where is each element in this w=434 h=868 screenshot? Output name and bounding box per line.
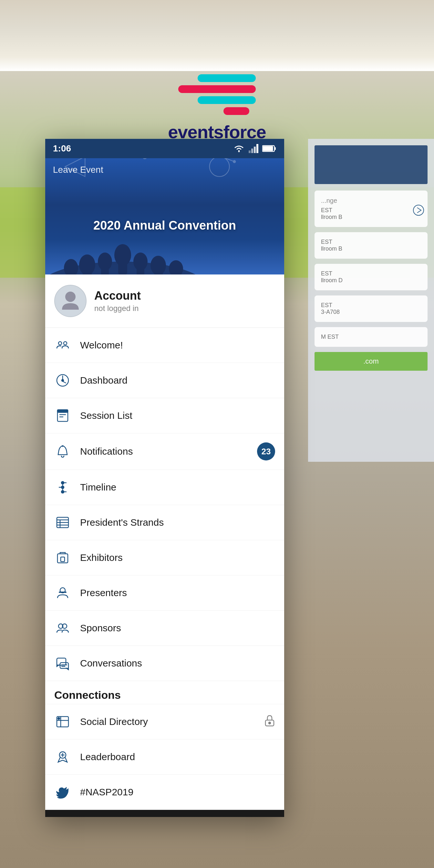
svg-rect-33	[154, 271, 163, 275]
menu-item-hashtag[interactable]: #NASP2019	[45, 775, 284, 810]
exhibitors-label: Exhibitors	[80, 552, 275, 563]
twitter-icon	[54, 784, 71, 801]
exhibitors-icon	[54, 549, 71, 566]
signal-icon	[249, 144, 258, 153]
welcome-icon	[54, 337, 71, 353]
phone-frame: 1:06	[45, 139, 284, 817]
account-info: Account not logged in	[94, 289, 141, 313]
account-section[interactable]: Account not logged in	[45, 275, 284, 328]
session-list-icon	[54, 407, 71, 424]
svg-point-38	[64, 342, 67, 345]
presidents-strands-label: President's Strands	[80, 517, 275, 528]
welcome-label: Welcome!	[80, 340, 275, 351]
schedule-item-2: EST llroom B	[314, 232, 428, 259]
svg-rect-4	[256, 144, 258, 153]
connections-header: Connections	[45, 681, 284, 704]
menu-item-social-directory[interactable]: Social Directory	[45, 704, 284, 740]
presenters-label: Presenters	[80, 587, 275, 598]
presenters-icon	[54, 585, 71, 601]
menu-item-welcome[interactable]: Welcome!	[45, 328, 284, 363]
dashboard-icon	[54, 372, 71, 389]
bottom-nav	[45, 810, 284, 817]
conversations-label: Conversations	[80, 658, 275, 669]
menu-item-presidents-strands[interactable]: President's Strands	[45, 505, 284, 540]
battery-icon	[262, 145, 276, 152]
social-directory-label: Social Directory	[80, 716, 255, 727]
user-avatar-icon	[61, 290, 80, 312]
sponsors-label: Sponsors	[80, 623, 275, 633]
svg-rect-25	[83, 271, 92, 275]
menu-scroll[interactable]: Account not logged in Welcome!	[45, 275, 284, 810]
svg-point-75	[58, 717, 60, 719]
leaderboard-label: Leaderboard	[80, 751, 275, 763]
svg-point-36	[65, 291, 75, 302]
svg-rect-29	[118, 261, 127, 275]
conversations-icon	[54, 655, 71, 672]
avatar	[54, 285, 87, 317]
account-name: Account	[94, 289, 141, 303]
menu-item-timeline[interactable]: Timeline	[45, 470, 284, 505]
schedule-item-5: M EST	[314, 327, 428, 347]
schedule-item-4: EST 3-A708	[314, 296, 428, 322]
svg-rect-23	[67, 273, 75, 275]
leave-event-button[interactable]: Leave Event	[53, 165, 103, 175]
status-icons	[233, 144, 276, 153]
back-button[interactable]	[72, 813, 98, 817]
notifications-icon	[54, 443, 71, 460]
event-banner: Leave Event 2020 Annual Convention	[45, 158, 284, 275]
menu-item-notifications[interactable]: Notifications 23	[45, 433, 284, 470]
logo-area: eventsforce	[0, 74, 434, 143]
status-bar: 1:06	[45, 139, 284, 158]
sponsors-icon	[54, 620, 71, 637]
svg-rect-68	[57, 658, 66, 665]
svg-rect-31	[136, 267, 144, 275]
svg-point-77	[269, 722, 271, 724]
schedule-item-3: EST llroom D	[314, 264, 428, 290]
svg-rect-1	[249, 151, 251, 153]
menu-item-conversations[interactable]: Conversations	[45, 646, 284, 681]
account-login-status: not logged in	[94, 304, 141, 313]
svg-point-0	[238, 151, 240, 152]
logo-bar-4	[223, 107, 249, 115]
svg-point-37	[58, 342, 62, 345]
hashtag-label: #NASP2019	[80, 786, 275, 798]
website-button[interactable]: .com	[314, 352, 428, 371]
svg-line-42	[63, 381, 66, 383]
connections-list: Social Directory	[45, 704, 284, 810]
eventsforce-logo-graphic	[178, 74, 256, 115]
svg-rect-63	[61, 557, 65, 562]
menu-item-sponsors[interactable]: Sponsors	[45, 611, 284, 646]
session-list-label: Session List	[80, 410, 275, 421]
right-panel-content: ...nge EST llroom B EST llroom B EST llr…	[308, 139, 434, 462]
logo-bar-3	[197, 96, 256, 104]
background-top	[0, 0, 434, 71]
menu-item-leaderboard[interactable]: Leaderboard	[45, 740, 284, 775]
dashboard-label: Dashboard	[80, 375, 275, 386]
svg-point-83	[413, 205, 424, 215]
leaderboard-icon	[54, 748, 71, 765]
notifications-badge: 23	[257, 442, 275, 461]
svg-rect-65	[59, 592, 66, 593]
logo-bar-2	[178, 85, 256, 93]
timeline-icon	[54, 479, 71, 496]
menu-list: Welcome! Dashboard	[45, 328, 284, 681]
svg-rect-7	[275, 147, 276, 150]
right-panel-header	[314, 145, 428, 184]
social-directory-icon	[54, 713, 71, 730]
time-display: 1:06	[53, 144, 71, 154]
schedule-item-1: ...nge EST llroom B	[314, 190, 428, 227]
lock-icon	[264, 714, 275, 730]
svg-rect-47	[58, 410, 68, 412]
menu-item-presenters[interactable]: Presenters	[45, 576, 284, 611]
crowd-silhouette	[45, 223, 200, 275]
svg-rect-6	[263, 146, 273, 151]
menu-item-dashboard[interactable]: Dashboard	[45, 363, 284, 398]
recents-button[interactable]	[231, 813, 257, 817]
home-button[interactable]	[152, 813, 178, 817]
svg-rect-35	[172, 274, 180, 275]
menu-item-exhibitors[interactable]: Exhibitors	[45, 540, 284, 576]
svg-point-10	[143, 158, 147, 159]
logo-bar-1	[197, 74, 256, 82]
menu-item-session-list[interactable]: Session List	[45, 398, 284, 433]
wifi-icon	[233, 144, 245, 153]
